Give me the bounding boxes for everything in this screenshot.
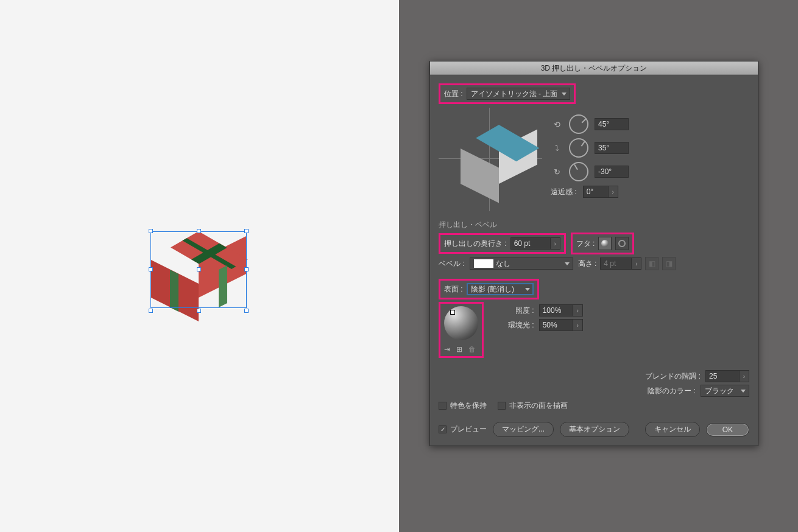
chevron-down-icon bbox=[741, 390, 746, 393]
bevel-swatch bbox=[474, 259, 493, 268]
new-light-icon[interactable]: ⊞ bbox=[456, 345, 462, 354]
chevron-down-icon bbox=[565, 262, 570, 265]
shade-color-dropdown[interactable]: ブラック bbox=[701, 385, 749, 397]
map-art-button[interactable]: マッピング... bbox=[493, 422, 554, 437]
delete-light-icon[interactable]: 🗑 bbox=[468, 345, 476, 354]
extrude-section-heading: 押し出し・ベベル bbox=[439, 220, 749, 230]
draw-hidden-faces-checkbox[interactable]: 非表示の面を描画 bbox=[498, 401, 568, 411]
checkbox-icon bbox=[439, 402, 447, 410]
extrude-depth-highlight: 押し出しの奥行き : › bbox=[439, 233, 566, 254]
cap-hollow-icon bbox=[618, 240, 626, 247]
artboard[interactable] bbox=[0, 0, 399, 532]
blend-steps-input[interactable] bbox=[705, 370, 740, 382]
selected-artwork[interactable] bbox=[151, 231, 246, 310]
rotation-track-cube[interactable] bbox=[439, 108, 542, 211]
blend-steps-field[interactable]: › bbox=[705, 370, 749, 382]
extrude-depth-field[interactable]: › bbox=[510, 237, 560, 250]
bevel-height-group: 高さ : › ◧ ◨ bbox=[578, 257, 676, 270]
bevel-extent-out-button: ◨ bbox=[662, 257, 676, 270]
light-handle[interactable] bbox=[450, 310, 455, 315]
light-intensity-label: 照度 : bbox=[515, 306, 534, 316]
preserve-spot-checkbox[interactable]: 特色を保持 bbox=[439, 401, 487, 411]
rotate-z-dial[interactable] bbox=[569, 162, 588, 181]
handle-n[interactable] bbox=[197, 229, 201, 233]
perspective-input[interactable] bbox=[583, 186, 609, 198]
extrude-depth-label: 押し出しの奥行き : bbox=[444, 239, 507, 249]
rotate-x-input[interactable] bbox=[595, 118, 629, 130]
hidden-faces-label: 非表示の面を描画 bbox=[509, 401, 568, 411]
bevel-height-field: › bbox=[600, 257, 641, 270]
position-value: アイソメトリック法 - 上面 bbox=[471, 89, 558, 99]
light-intensity-stepper[interactable]: › bbox=[573, 304, 583, 317]
preview-checkbox[interactable]: プレビュー bbox=[439, 424, 487, 435]
extrude-depth-stepper[interactable]: › bbox=[551, 237, 560, 250]
position-highlight: 位置 : アイソメトリック法 - 上面 bbox=[439, 83, 576, 104]
perspective-label: 遠近感 : bbox=[551, 187, 577, 197]
bevel-value: なし bbox=[496, 259, 510, 269]
bevel-label: ベベル : bbox=[439, 259, 465, 269]
surface-highlight: 表面 : 陰影 (艶消し) bbox=[439, 279, 539, 299]
checkbox-icon bbox=[498, 402, 506, 410]
light-sphere-highlight: ⇥ ⊞ 🗑 bbox=[439, 302, 484, 358]
light-intensity-input[interactable] bbox=[539, 304, 573, 317]
bevel-height-stepper: › bbox=[632, 257, 641, 270]
cap-solid-icon bbox=[601, 240, 609, 247]
bevel-height-input bbox=[600, 257, 632, 270]
cap-off-button[interactable] bbox=[615, 237, 629, 250]
ambient-light-label: 環境光 : bbox=[508, 320, 534, 331]
bevel-extent-in-button: ◧ bbox=[645, 257, 659, 270]
rotate-x-field[interactable] bbox=[595, 118, 629, 130]
rotate-y-icon: ⤵ bbox=[551, 144, 563, 153]
bevel-out-icon: ◨ bbox=[666, 259, 673, 268]
rotate-z-input[interactable] bbox=[595, 166, 629, 178]
preserve-spot-label: 特色を保持 bbox=[450, 401, 487, 411]
bevel-dropdown[interactable]: なし bbox=[470, 257, 573, 270]
extrude-depth-input[interactable] bbox=[510, 237, 551, 250]
cap-label: フタ : bbox=[576, 239, 595, 249]
perspective-stepper[interactable]: › bbox=[609, 186, 618, 198]
chevron-down-icon bbox=[562, 93, 567, 96]
rotate-y-field[interactable] bbox=[595, 142, 629, 154]
lighting-sphere[interactable] bbox=[444, 306, 478, 340]
position-dropdown[interactable]: アイソメトリック法 - 上面 bbox=[467, 88, 570, 100]
rotate-y-dial[interactable] bbox=[569, 138, 588, 158]
extrude-bevel-dialog: 3D 押し出し・ベベルオプション 位置 : アイソメトリック法 - 上面 bbox=[429, 61, 758, 446]
ambient-light-field[interactable]: › bbox=[539, 319, 583, 331]
cap-highlight: フタ : bbox=[571, 233, 635, 254]
app-background: 3D 押し出し・ベベルオプション 位置 : アイソメトリック法 - 上面 bbox=[399, 0, 798, 532]
move-light-back-icon[interactable]: ⇥ bbox=[444, 345, 450, 354]
rotate-z-field[interactable] bbox=[595, 166, 629, 178]
blend-steps-stepper[interactable]: › bbox=[740, 370, 749, 382]
perspective-field[interactable]: › bbox=[583, 186, 618, 198]
ambient-light-stepper[interactable]: › bbox=[573, 319, 583, 331]
rotate-x-icon: ⟲ bbox=[551, 120, 563, 129]
ok-button[interactable]: OK bbox=[706, 423, 749, 436]
fewer-options-button[interactable]: 基本オプション bbox=[560, 422, 629, 437]
cap-on-button[interactable] bbox=[598, 237, 612, 250]
handle-sw[interactable] bbox=[149, 309, 153, 313]
handle-se[interactable] bbox=[244, 309, 249, 313]
shade-color-value: ブラック bbox=[705, 386, 734, 396]
rotate-z-icon: ↻ bbox=[551, 167, 563, 177]
surface-value: 陰影 (艶消し) bbox=[471, 284, 514, 295]
light-intensity-field[interactable]: › bbox=[539, 304, 583, 317]
rotate-x-dial[interactable] bbox=[569, 114, 588, 134]
surface-dropdown[interactable]: 陰影 (艶消し) bbox=[467, 283, 534, 295]
blend-steps-label: ブレンドの階調 : bbox=[645, 371, 701, 382]
position-label: 位置 : bbox=[444, 89, 463, 99]
handle-ne[interactable] bbox=[244, 229, 249, 233]
shade-color-label: 陰影のカラー : bbox=[648, 386, 696, 396]
checkbox-checked-icon bbox=[439, 425, 447, 433]
handle-w[interactable] bbox=[149, 267, 153, 271]
rotate-y-input[interactable] bbox=[595, 142, 629, 154]
preview-label: プレビュー bbox=[450, 424, 487, 435]
bevel-height-label: 高さ : bbox=[578, 259, 597, 269]
handle-e[interactable] bbox=[244, 267, 249, 271]
handle-center[interactable] bbox=[197, 267, 201, 271]
surface-label: 表面 : bbox=[444, 284, 463, 295]
cancel-button[interactable]: キャンセル bbox=[645, 422, 700, 437]
ambient-light-input[interactable] bbox=[539, 319, 573, 331]
handle-s[interactable] bbox=[197, 309, 201, 313]
chevron-down-icon bbox=[525, 288, 530, 291]
handle-nw[interactable] bbox=[149, 229, 153, 233]
